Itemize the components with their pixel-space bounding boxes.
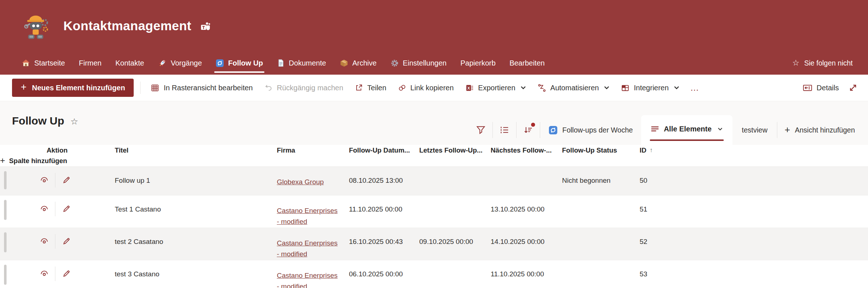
star-outline-icon: ☆	[792, 59, 800, 67]
nav-label: Dokumente	[289, 59, 326, 67]
teams-icon[interactable]	[200, 21, 211, 32]
group-by-button[interactable]	[496, 119, 513, 141]
nav-item-vorgaenge[interactable]: Vorgänge	[151, 51, 209, 75]
expand-button[interactable]	[845, 83, 858, 92]
copy-link-button[interactable]: Link kopieren	[392, 75, 460, 101]
site-logo-robot-icon	[21, 11, 50, 40]
view-item-eye-button[interactable]	[36, 233, 52, 249]
copy-link-label: Link kopieren	[411, 84, 454, 92]
chevron-down-icon	[674, 86, 679, 90]
column-header-aktion[interactable]: Aktion	[0, 146, 115, 154]
edit-item-pencil-button[interactable]	[58, 201, 75, 217]
divider	[55, 202, 55, 216]
follow-site-button[interactable]: ☆ Sie folgen nicht	[792, 59, 857, 67]
site-nav: Startseite Firmen Kontakte	[0, 51, 868, 75]
cell-letztes-followup	[419, 167, 491, 177]
nav-item-papierkorb[interactable]: Papierkorb	[453, 51, 503, 75]
automate-flow-icon	[538, 84, 546, 92]
view-item-eye-button[interactable]	[36, 265, 52, 281]
export-button[interactable]: X Exportieren	[460, 75, 532, 101]
column-header-followup-status[interactable]: Follow-Up Status	[562, 146, 640, 154]
view-followups-der-woche[interactable]: Follow-ups der Woche	[543, 126, 639, 135]
column-header-followup-datum[interactable]: Follow-Up Datum...	[349, 146, 419, 154]
firma-link[interactable]: Castano Enerprises - modified	[277, 205, 342, 228]
add-column-label: Spalte hinzufügen	[9, 157, 67, 165]
nav-item-bearbeiten[interactable]: Bearbeiten	[503, 51, 552, 75]
nav-label: Vorgänge	[171, 59, 202, 67]
edit-item-pencil-button[interactable]	[58, 265, 75, 281]
cell-followup-status	[562, 228, 640, 238]
share-button[interactable]: Teilen	[349, 75, 392, 101]
nav-item-kontakte[interactable]: Kontakte	[109, 51, 151, 75]
nav-item-startseite[interactable]: Startseite	[15, 51, 72, 75]
nav-item-archive[interactable]: Archive	[333, 51, 384, 75]
edit-item-pencil-button[interactable]	[58, 172, 75, 188]
undo-button[interactable]: Rückgängig machen	[259, 75, 349, 101]
filter-button[interactable]	[472, 119, 490, 141]
star-outline-icon[interactable]: ☆	[70, 117, 78, 127]
nav-label: Follow Up	[228, 59, 263, 67]
cell-id: 50	[640, 167, 868, 185]
id-header-label: ID	[640, 146, 647, 154]
firma-link[interactable]: Globexa Group	[277, 177, 324, 188]
add-view-button[interactable]: + Ansicht hinzufügen	[780, 126, 859, 134]
action-cell	[0, 196, 115, 217]
sort-descending-icon	[523, 125, 533, 135]
follow-up-sync-icon	[216, 59, 224, 67]
row-handle	[4, 232, 7, 252]
details-button[interactable]: Details	[797, 83, 845, 92]
table-row[interactable]: test 2 Casatano Castano Enerprises - mod…	[0, 228, 868, 260]
nav-label: Firmen	[79, 59, 101, 67]
view-tab-alle-elemente[interactable]: Alle Elemente	[641, 115, 732, 145]
cell-titel: Follow up 1	[115, 167, 277, 185]
action-cell	[0, 167, 115, 188]
table-row[interactable]: test 3 Castano Castano Enerprises - modi…	[0, 260, 868, 288]
nav-item-follow-up[interactable]: Follow Up	[209, 51, 270, 75]
view-tab-testview[interactable]: testview	[735, 126, 774, 134]
list-lines-icon	[651, 126, 659, 132]
group-list-icon	[500, 125, 509, 135]
nav-item-einstellungen[interactable]: Einstellungen	[384, 51, 453, 75]
nav-label: Papierkorb	[460, 59, 496, 67]
link-icon	[398, 84, 406, 92]
grid-edit-button[interactable]: In Rasteransicht bearbeiten	[145, 75, 259, 101]
automate-button[interactable]: Automatisieren	[532, 75, 615, 101]
table-row[interactable]: Follow up 1 Globexa Group 08.10.2025 13:…	[0, 167, 868, 196]
column-header-letztes-followup[interactable]: Letztes Follow-Up...	[419, 146, 491, 154]
funnel-icon	[476, 125, 486, 135]
sort-button[interactable]	[519, 119, 537, 141]
undo-label: Rückgängig machen	[277, 84, 343, 92]
column-header-id[interactable]: ID ↑	[640, 146, 868, 154]
notification-dot	[531, 123, 535, 127]
cell-followup-datum: 11.10.2025 00:00	[349, 196, 419, 213]
firma-link[interactable]: Castano Enerprises - modified	[277, 270, 342, 288]
firma-link[interactable]: Castano Enerprises - modified	[277, 238, 342, 260]
view-item-eye-button[interactable]	[36, 201, 52, 217]
add-column-button[interactable]: + Spalte hinzufügen	[0, 157, 115, 165]
column-header-firma[interactable]: Firma	[277, 146, 349, 154]
column-header-titel[interactable]: Titel	[115, 146, 277, 154]
overflow-menu-button[interactable]: …	[685, 83, 705, 93]
grid-edit-label: In Rasteransicht bearbeiten	[164, 84, 253, 92]
grid-icon	[151, 84, 159, 92]
chevron-down-icon	[718, 127, 723, 131]
svg-text:X: X	[467, 86, 470, 90]
cell-followup-datum: 16.10.2025 00:43	[349, 228, 419, 246]
nav-item-dokumente[interactable]: Dokumente	[270, 51, 333, 75]
cell-letztes-followup	[419, 260, 491, 270]
edit-item-pencil-button[interactable]	[58, 233, 75, 249]
table-row[interactable]: Test 1 Castano Castano Enerprises - modi…	[0, 196, 868, 228]
details-label: Details	[817, 84, 839, 92]
nav-item-firmen[interactable]: Firmen	[72, 51, 108, 75]
view-item-eye-button[interactable]	[36, 172, 52, 188]
expand-diagonal-icon	[848, 83, 858, 92]
row-handle	[4, 265, 7, 285]
nav-label: Kontakte	[115, 59, 144, 67]
column-header-naechstes-followup[interactable]: Nächstes Follow-...	[491, 146, 562, 154]
divider	[55, 173, 55, 188]
view-controls: Follow-ups der Woche Alle Elemente testv…	[472, 115, 859, 145]
integrate-label: Integrieren	[634, 84, 669, 92]
divider	[777, 122, 777, 138]
new-item-button[interactable]: + Neues Element hinzufügen	[12, 79, 134, 97]
integrate-button[interactable]: Integrieren	[615, 75, 685, 101]
